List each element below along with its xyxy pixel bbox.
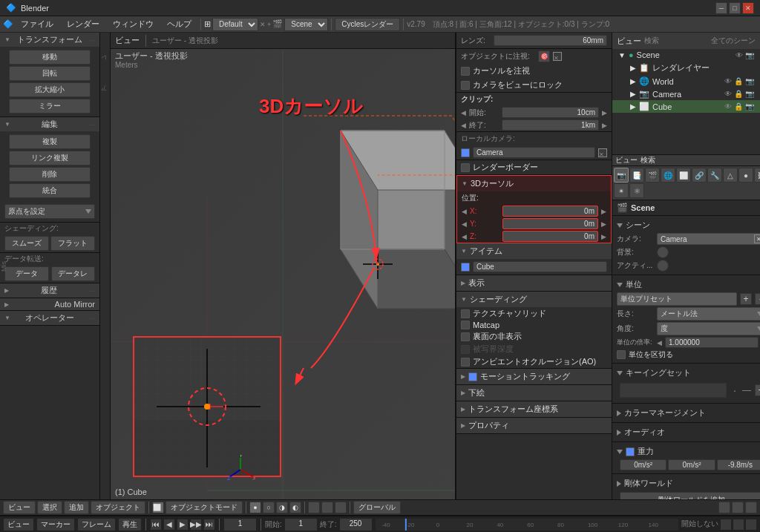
transform-n-header[interactable]: ▶ トランスフォーム座標系: [456, 401, 612, 417]
clip-start-arrow-left[interactable]: ◀: [461, 109, 466, 116]
timeline-frame-btn[interactable]: フレーム: [77, 518, 116, 531]
help-menu[interactable]: ヘルプ: [161, 17, 197, 31]
play-btn[interactable]: ▶: [177, 519, 189, 531]
audio-header[interactable]: オーディオ ···: [617, 425, 760, 439]
camera-picker-btn[interactable]: 🎯: [538, 50, 550, 62]
camera-item[interactable]: ▶ 📷 Camera 👁 🔒 📷: [612, 88, 760, 100]
world-lock-icon[interactable]: 🔒: [734, 77, 743, 85]
cursor-section-header[interactable]: ▼ 3Dカーソル: [457, 176, 611, 191]
display-section-header[interactable]: ▶ 表示: [456, 275, 612, 291]
maximize-button[interactable]: □: [729, 2, 741, 14]
keying-dash-btn[interactable]: —: [740, 385, 753, 395]
camera-link-btn[interactable]: ✕: [754, 234, 760, 243]
window-menu[interactable]: ウィンドウ: [107, 17, 160, 31]
transform-header[interactable]: ▼ トランスフォーム ···: [0, 33, 99, 47]
cube-lock-icon[interactable]: 🔒: [734, 102, 743, 111]
render-props-icon[interactable]: 📷: [614, 168, 629, 183]
keying-header[interactable]: キーイングセット ···: [617, 366, 760, 380]
history-header[interactable]: ▶ 履歴 ···: [0, 283, 99, 298]
jump-end-btn[interactable]: ⏭: [203, 519, 215, 531]
wireframe-icon[interactable]: ○: [263, 502, 275, 513]
render-layers-icon[interactable]: 📑: [629, 168, 644, 183]
props-view-btn[interactable]: ビュー: [615, 155, 638, 165]
z-field[interactable]: 0m: [502, 231, 598, 242]
solid-view-icon[interactable]: ●: [249, 502, 261, 513]
snap-icon[interactable]: [718, 502, 730, 513]
anim-side-label[interactable]: ア: [101, 65, 109, 94]
clip-end-arrow-right[interactable]: ▶: [602, 122, 607, 129]
operator-header[interactable]: ▼ オペレーター ···: [0, 311, 99, 325]
move-button[interactable]: 移動: [9, 50, 91, 65]
rels-side-label[interactable]: レ: [101, 34, 109, 64]
viewport-canvas[interactable]: ユーザー - 透視投影 Meters: [111, 49, 455, 499]
item-section-header[interactable]: ▼ アイテム: [456, 243, 612, 259]
timeline-play-btn[interactable]: 再生: [118, 518, 142, 531]
gravity-y-field[interactable]: 0m/s²: [668, 459, 715, 470]
camera-close[interactable]: ✕: [598, 148, 607, 157]
current-frame-field[interactable]: 1: [223, 518, 257, 531]
active-color[interactable]: [657, 260, 669, 272]
rendered-view-icon[interactable]: ◐: [289, 502, 301, 513]
properties-n-header[interactable]: ▶ プロパティ: [456, 418, 612, 433]
global-btn[interactable]: グローバル: [353, 501, 401, 514]
tools-side-label[interactable]: Mis: [0, 261, 7, 272]
lock-camera-checkbox[interactable]: [461, 81, 470, 90]
edit-header[interactable]: ▼ 編集 ···: [0, 117, 99, 131]
y-arrow-left[interactable]: ◀: [462, 220, 467, 228]
object-toolbar-btn[interactable]: オブジェクト: [91, 501, 145, 514]
unit-scale-field[interactable]: 1.000000: [665, 337, 759, 348]
gravity-x-field[interactable]: 0m/s²: [620, 459, 666, 470]
clip-start-arrow-right[interactable]: ▶: [602, 109, 607, 116]
camera-dropdown[interactable]: Camera ✕: [657, 233, 760, 245]
scene-render-icon[interactable]: 📷: [745, 51, 754, 59]
item-checkbox[interactable]: [461, 263, 470, 272]
keyframe-next-btn[interactable]: [745, 519, 757, 531]
unit-length-dropdown[interactable]: メートル法: [657, 307, 760, 321]
motion-tracking-header[interactable]: ▶ モーショントラッキング: [456, 369, 612, 384]
smooth-shade-button[interactable]: スムーズ: [4, 236, 49, 251]
unit-preset-dropdown[interactable]: 単位プリセット: [617, 292, 737, 306]
titlebar-controls[interactable]: ─ □ ✕: [715, 2, 754, 14]
rigidbody-header[interactable]: 剛体ワールド ···: [617, 476, 760, 490]
world-render-icon[interactable]: 📷: [745, 77, 754, 85]
flat-shade-button[interactable]: フラット: [50, 236, 95, 251]
keying-add-btn[interactable]: +: [755, 384, 760, 396]
auto-mirror-header[interactable]: ▶ Auto Mirror: [0, 298, 99, 310]
mirror-button[interactable]: ミラー: [9, 99, 91, 114]
physics-icon[interactable]: ⚛: [629, 183, 644, 198]
cube-render-icon[interactable]: 📷: [745, 102, 754, 111]
keyframe-add-btn[interactable]: [733, 519, 744, 531]
y-arrow-right[interactable]: ▶: [601, 220, 606, 228]
shading-n-header[interactable]: ▼ シェーディング: [456, 292, 612, 307]
scene-section-header[interactable]: シーン ···: [617, 218, 760, 232]
join-button[interactable]: 統合: [9, 183, 91, 198]
jump-start-btn[interactable]: ⏮: [150, 519, 162, 531]
gravity-header[interactable]: 重力 ···: [617, 444, 760, 459]
proportional-edit-icon[interactable]: [732, 502, 744, 513]
scale-button[interactable]: 拡大縮小: [9, 82, 91, 97]
prev-frame-btn[interactable]: ◀: [163, 519, 175, 531]
timeline-marker-btn[interactable]: マーカー: [36, 518, 75, 531]
timeline-bar[interactable]: -40 -20 0 20 40 60 80 100 120 140: [375, 518, 679, 531]
x-field[interactable]: 0m: [502, 206, 598, 217]
viewport-view-btn[interactable]: ビュー: [115, 35, 140, 46]
z-arrow-right[interactable]: ▶: [601, 233, 606, 240]
viewport[interactable]: ビュー ユーザー - 透視投影 ユーザー - 透視投影 Meters: [111, 33, 456, 499]
clip-end-arrow-left[interactable]: ◀: [461, 122, 466, 129]
minimize-button[interactable]: ─: [715, 2, 727, 14]
unit-preset-add[interactable]: +: [740, 293, 752, 305]
camera-lock-icon[interactable]: 🔒: [734, 90, 743, 98]
color-mgmt-header[interactable]: カラーマネージメント ···: [617, 406, 760, 420]
unit-preset-remove[interactable]: -: [755, 293, 760, 305]
unit-angle-dropdown[interactable]: 度: [657, 322, 760, 335]
data-btn-2[interactable]: データレ: [51, 266, 96, 281]
keying-set-field[interactable]: [620, 383, 727, 398]
matcap-checkbox[interactable]: [461, 321, 470, 329]
constraints-icon[interactable]: 🔗: [692, 168, 707, 183]
origin-select[interactable]: 原点を設定: [4, 204, 95, 219]
move-icon[interactable]: [308, 502, 320, 513]
keyframe-prev-btn[interactable]: [720, 519, 732, 531]
clip-start-field[interactable]: 10cm: [502, 107, 599, 118]
rotate-icon[interactable]: [321, 502, 333, 513]
track-cursor-checkbox[interactable]: [461, 67, 470, 76]
